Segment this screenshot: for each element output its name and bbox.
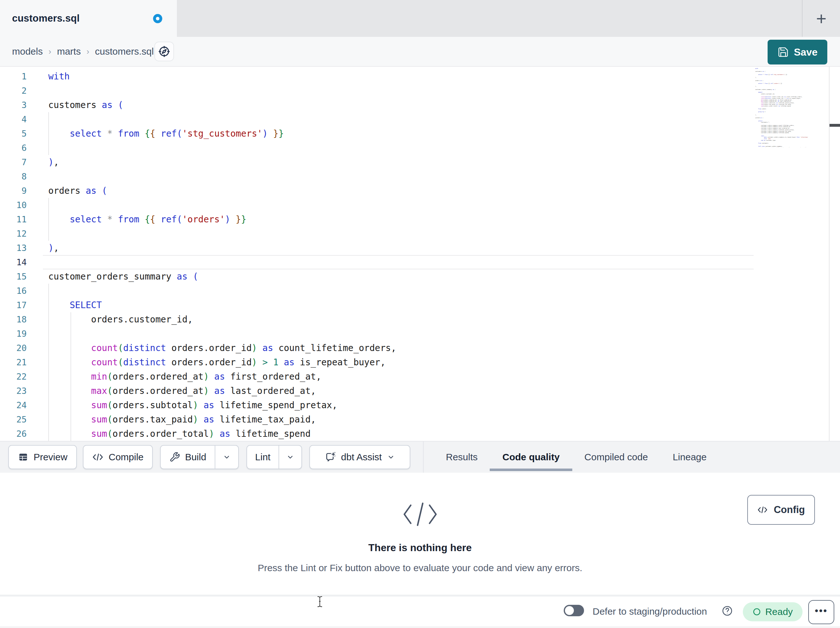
tab-compiled-code[interactable]: Compiled code — [584, 452, 648, 462]
breadcrumb-file: customers.sql — [95, 46, 154, 57]
unsaved-changes-dot-icon — [153, 14, 162, 23]
editor-line-16[interactable]: 16 — [0, 284, 840, 298]
lint-button[interactable]: Lint — [247, 446, 278, 468]
save-button[interactable]: Save — [767, 40, 827, 65]
editor-line-26[interactable]: 26 sum(orders.order_total) as lifetime_s… — [0, 427, 840, 441]
line-number: 20 — [0, 341, 48, 355]
question-circle-icon[interactable] — [722, 605, 733, 617]
editor-line-20[interactable]: 20 count(distinct orders.order_id) as co… — [0, 341, 840, 355]
editor-line-7[interactable]: 7), — [0, 155, 840, 169]
preview-button-label: Preview — [34, 452, 68, 462]
toggle-knob — [565, 606, 574, 615]
defer-toggle[interactable] — [564, 605, 584, 616]
line-number: 17 — [0, 298, 48, 312]
empty-state-subtitle: Press the Lint or Fix button above to ev… — [257, 563, 582, 573]
line-number: 15 — [0, 269, 48, 284]
editor-line-13[interactable]: 13), — [0, 241, 840, 255]
floppy-icon — [777, 46, 789, 58]
more-options-button[interactable]: ••• — [808, 600, 834, 624]
dbt-assist-button[interactable]: dbt Assist — [309, 445, 410, 469]
editor-line-14[interactable]: 14 — [0, 255, 840, 269]
breadcrumb-models[interactable]: models — [12, 46, 43, 57]
scroll-position-marker[interactable] — [829, 124, 840, 127]
line-number: 4 — [0, 112, 48, 127]
line-number: 10 — [0, 198, 48, 212]
lint-dropdown-button[interactable] — [279, 446, 302, 468]
editor-line-25[interactable]: 25 sum(orders.tax_paid) as lifetime_tax_… — [0, 412, 840, 427]
line-number: 8 — [0, 169, 48, 183]
editor-line-18[interactable]: 18 orders.customer_id, — [0, 312, 840, 327]
editor-line-21[interactable]: 21 count(distinct orders.order_id) > 1 a… — [0, 355, 840, 369]
indent-guide — [48, 198, 49, 241]
line-number: 24 — [0, 398, 48, 412]
line-number: 25 — [0, 412, 48, 427]
ide-window: customers.sql + models › marts › custome… — [0, 0, 840, 628]
editor-minimap[interactable]: with customers as ( select * from {{ ref… — [755, 68, 827, 147]
editor-line-3[interactable]: 3customers as ( — [0, 98, 840, 112]
new-tab-button[interactable]: + — [806, 3, 837, 34]
code-editor[interactable]: 1with23customers as (45 select * from {{… — [0, 67, 840, 441]
editor-lines: 1with23customers as (45 select * from {{… — [0, 69, 840, 441]
file-tab-customers-sql[interactable]: customers.sql — [0, 0, 177, 37]
editor-line-23[interactable]: 23 max(orders.ordered_at) as last_ordere… — [0, 384, 840, 398]
code-icon — [757, 505, 768, 514]
file-tab-label: customers.sql — [12, 13, 80, 24]
line-number: 9 — [0, 183, 48, 198]
editor-line-1[interactable]: 1with — [0, 69, 840, 84]
line-number: 18 — [0, 312, 48, 327]
compass-button[interactable] — [154, 42, 174, 61]
indent-guide — [48, 284, 49, 441]
editor-line-24[interactable]: 24 sum(orders.subtotal) as lifetime_spen… — [0, 398, 840, 412]
line-number: 1 — [0, 69, 48, 84]
editor-line-8[interactable]: 8 — [0, 169, 840, 183]
line-number: 7 — [0, 155, 48, 169]
wrench-icon — [169, 452, 180, 462]
editor-line-4[interactable]: 4 — [0, 112, 840, 127]
editor-line-17[interactable]: 17 SELECT — [0, 298, 840, 312]
chevron-down-icon — [223, 453, 231, 461]
code-slash-icon — [403, 501, 438, 527]
build-split-button: Build — [160, 445, 239, 469]
tab-code-quality[interactable]: Code quality — [502, 452, 560, 462]
plus-icon: + — [816, 8, 827, 29]
editor-line-2[interactable]: 2 — [0, 84, 840, 98]
toolbar-divider — [423, 441, 424, 473]
tab-results[interactable]: Results — [446, 452, 478, 462]
config-button-label: Config — [774, 504, 805, 516]
build-button[interactable]: Build — [161, 446, 215, 468]
code-quality-panel: There is nothing here Press the Lint or … — [0, 473, 840, 595]
config-button[interactable]: Config — [747, 495, 815, 525]
build-dropdown-button[interactable] — [215, 446, 238, 468]
breadcrumb-row: models › marts › customers.sql Save — [0, 37, 840, 67]
minimap-separator — [829, 67, 829, 441]
editor-line-9[interactable]: 9orders as ( — [0, 183, 840, 198]
indent-guide — [48, 112, 49, 155]
dbt-assist-label: dbt Assist — [341, 452, 382, 462]
line-number: 23 — [0, 384, 48, 398]
ready-label: Ready — [765, 606, 793, 617]
line-number: 14 — [0, 255, 48, 269]
text-cursor-pointer — [316, 596, 323, 607]
chevron-right-icon: › — [49, 47, 51, 57]
save-button-label: Save — [794, 46, 818, 58]
editor-line-15[interactable]: 15customer_orders_summary as ( — [0, 269, 840, 284]
compile-button[interactable]: Compile — [83, 445, 153, 469]
editor-line-6[interactable]: 6 — [0, 141, 840, 155]
editor-line-5[interactable]: 5 select * from {{ ref('stg_customers') … — [0, 127, 840, 141]
editor-line-11[interactable]: 11 select * from {{ ref('orders') }} — [0, 212, 840, 226]
build-button-label: Build — [185, 452, 207, 462]
editor-line-12[interactable]: 12 — [0, 226, 840, 241]
compile-button-label: Compile — [109, 452, 144, 462]
editor-line-22[interactable]: 22 min(orders.ordered_at) as first_order… — [0, 369, 840, 384]
line-number: 13 — [0, 241, 48, 255]
status-badge-ready: Ready — [743, 602, 802, 621]
line-number: 12 — [0, 226, 48, 241]
line-number: 6 — [0, 141, 48, 155]
lint-button-label: Lint — [255, 452, 270, 462]
preview-button[interactable]: Preview — [8, 445, 77, 469]
panel-tabs: Results Code quality Compiled code Linea… — [446, 441, 707, 473]
breadcrumb-marts[interactable]: marts — [57, 46, 81, 57]
editor-line-19[interactable]: 19 — [0, 327, 840, 341]
tab-lineage[interactable]: Lineage — [673, 452, 707, 462]
editor-line-10[interactable]: 10 — [0, 198, 840, 212]
